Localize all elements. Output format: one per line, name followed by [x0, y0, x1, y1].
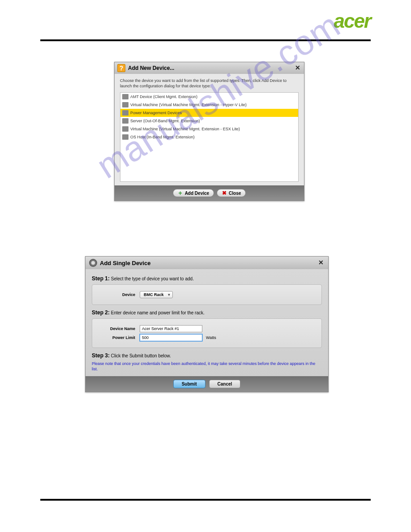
dialog-title: Add New Device... [128, 65, 174, 71]
device-icon [122, 94, 128, 99]
device-type-select[interactable]: BMC Rack ▼ [140, 291, 173, 298]
list-item-label: Virtual Machine (Virtual Machine Mgmt. E… [130, 127, 240, 131]
device-icon [122, 110, 128, 116]
device-type-row: Device BMC Rack ▼ [99, 291, 314, 298]
step1-group: Device BMC Rack ▼ [92, 284, 322, 305]
list-item-label: Server (Out-Of-Band Mgmt. Extension) [130, 119, 200, 123]
authentication-note: Please note that once your credentials h… [92, 361, 322, 372]
device-type-label: Device [99, 292, 140, 297]
dialog-titlebar: Add Single Device ✕ [86, 257, 328, 269]
close-icon[interactable]: ✕ [318, 259, 324, 266]
dialog-titlebar: ? Add New Device... ✕ [115, 62, 304, 74]
step-text: Select the type of device you want to ad… [111, 276, 194, 281]
power-limit-label: Power Limit [99, 335, 140, 340]
step-text: Enter device name and power limit for th… [111, 310, 205, 315]
help-icon: ? [117, 64, 125, 72]
list-item[interactable]: OS Host (In-Band Mgmt. Extension) [120, 133, 298, 141]
device-name-row: Device Name [99, 325, 314, 332]
button-label: Close [229, 191, 241, 196]
step3-line: Step 3: Click the Submit button below. [92, 352, 322, 359]
add-single-device-dialog: Add Single Device ✕ Step 1: Select the t… [85, 256, 329, 392]
add-device-button[interactable]: + Add Device [173, 189, 214, 197]
list-item[interactable]: AMT Device (Client Mgmt. Extension) [120, 93, 298, 101]
device-icon [122, 126, 128, 132]
list-item[interactable]: Virtual Machine (Virtual Machine Mgmt. E… [120, 101, 298, 109]
power-limit-input[interactable] [140, 334, 202, 341]
add-new-device-dialog: ? Add New Device... ✕ Choose the device … [114, 62, 304, 201]
list-item-selected[interactable]: Power Management Devices [120, 109, 298, 117]
dialog-footer: + Add Device ✖ Close [115, 185, 304, 201]
step2-group: Device Name Power Limit Watts [92, 318, 322, 348]
step-label: Step 2: [92, 309, 110, 316]
list-item[interactable]: Server (Out-Of-Band Mgmt. Extension) [120, 117, 298, 125]
device-name-input[interactable] [140, 325, 202, 332]
footer-rule [40, 499, 371, 501]
acer-logo: acer [334, 10, 371, 32]
header-rule [40, 39, 371, 41]
dialog-body: Choose the device you want to add from t… [115, 74, 304, 185]
device-icon [122, 118, 128, 124]
button-label: Add Device [185, 191, 209, 196]
step-text: Click the Submit button below. [111, 353, 171, 358]
close-x-icon: ✖ [222, 190, 227, 196]
power-unit: Watts [206, 335, 216, 340]
list-item-label: OS Host (In-Band Mgmt. Extension) [130, 135, 195, 139]
list-item-label: Power Management Devices [130, 111, 182, 115]
device-icon [122, 134, 128, 140]
plus-icon: + [178, 190, 183, 196]
submit-button[interactable]: Submit [173, 380, 206, 388]
instruction-text: Choose the device you want to add from t… [120, 78, 299, 89]
close-icon[interactable]: ✕ [295, 64, 300, 71]
list-item[interactable]: Virtual Machine (Virtual Machine Mgmt. E… [120, 125, 298, 133]
close-button[interactable]: ✖ Close [217, 189, 246, 197]
list-item-label: AMT Device (Client Mgmt. Extension) [130, 94, 197, 99]
step-label: Step 3: [92, 352, 110, 359]
step1-line: Step 1: Select the type of device you wa… [92, 275, 322, 282]
gear-icon [89, 259, 97, 267]
dialog-footer: Submit Cancel [86, 376, 328, 392]
device-name-label: Device Name [99, 326, 140, 331]
step-label: Step 1: [92, 275, 110, 282]
dialog-body: Step 1: Select the type of device you wa… [86, 269, 328, 376]
list-item-label: Virtual Machine (Virtual Machine Mgmt. E… [130, 103, 247, 107]
device-icon [122, 102, 128, 107]
dialog-title: Add Single Device [100, 260, 150, 266]
chevron-down-icon: ▼ [167, 293, 171, 297]
power-limit-row: Power Limit Watts [99, 334, 314, 341]
step2-line: Step 2: Enter device name and power limi… [92, 309, 322, 316]
cancel-button[interactable]: Cancel [209, 380, 241, 388]
device-type-list[interactable]: AMT Device (Client Mgmt. Extension) Virt… [120, 92, 299, 182]
select-value: BMC Rack [144, 292, 164, 297]
